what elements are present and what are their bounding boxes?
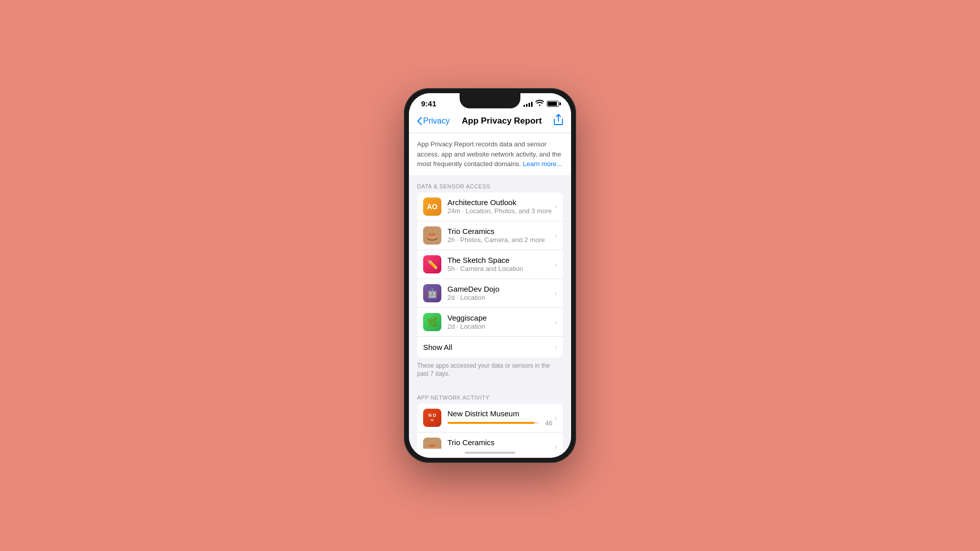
app-icon-architecture-outlook: AO — [423, 198, 441, 216]
bar-container: 46 — [447, 419, 552, 427]
list-item[interactable]: 🤖 GameDev Dojo 2d · Location › — [417, 279, 563, 308]
wifi-icon — [536, 100, 544, 107]
chevron-right-icon: › — [554, 414, 557, 422]
item-content: Veggiscape 2d · Location — [447, 313, 552, 330]
list-item[interactable]: Trio Ceramics 2h · Photos, Camera, and 2… — [417, 221, 563, 250]
item-content: The Sketch Space 5h · Camera and Locatio… — [447, 256, 552, 272]
chevron-right-icon: › — [554, 260, 557, 268]
network-activity-list: N D M New District Museum 46 — [417, 404, 563, 449]
chevron-right-icon: › — [554, 289, 557, 297]
status-icons — [523, 100, 559, 107]
bar-count: 30 — [542, 448, 552, 449]
app-icon-trio-ceramics-network — [423, 438, 441, 449]
chevron-right-icon: › — [554, 231, 557, 240]
chevron-right-icon: › — [554, 318, 557, 326]
list-item[interactable]: 🌿 Veggiscape 2d · Location › — [417, 308, 563, 337]
back-button[interactable]: Privacy — [417, 116, 449, 126]
home-indicator — [409, 449, 571, 458]
bar-fill — [447, 422, 535, 424]
app-icon-sketch-space: ✏️ — [423, 255, 441, 273]
app-detail: 2h · Photos, Camera, and 2 more — [447, 236, 552, 244]
app-name: The Sketch Space — [447, 256, 552, 264]
app-name: New District Museum — [447, 409, 552, 418]
page-title: App Privacy Report — [462, 116, 542, 126]
app-name: GameDev Dojo — [447, 285, 552, 293]
home-bar — [465, 452, 515, 454]
app-icon-trio-ceramics — [423, 226, 441, 245]
data-sensor-footer: These apps accessed your data or sensors… — [409, 358, 571, 387]
show-all-button[interactable]: Show All › — [417, 337, 563, 358]
share-button[interactable] — [554, 114, 563, 128]
list-item[interactable]: N D M New District Museum 46 — [417, 404, 563, 432]
app-icon-new-district-museum: N D M — [423, 409, 441, 427]
chevron-right-icon: › — [554, 443, 557, 449]
list-item[interactable]: AO Architecture Outlook 24m · Location, … — [417, 192, 563, 221]
app-detail: 24m · Location, Photos, and 3 more — [447, 207, 552, 215]
svg-point-3 — [428, 444, 436, 447]
list-item[interactable]: ✏️ The Sketch Space 5h · Camera and Loca… — [417, 250, 563, 279]
back-label: Privacy — [423, 116, 449, 126]
item-content: GameDev Dojo 2d · Location — [447, 285, 552, 301]
nav-bar: Privacy App Privacy Report — [409, 110, 571, 133]
app-icon-veggiscape: 🌿 — [423, 313, 441, 331]
bar-track — [447, 422, 539, 424]
app-detail: 2d · Location — [447, 323, 552, 330]
svg-point-1 — [428, 233, 436, 236]
data-sensor-section: DATA & SENSOR ACCESS AO Architecture Out… — [409, 175, 571, 387]
app-detail: 5h · Camera and Location — [447, 265, 552, 272]
list-item[interactable]: Trio Ceramics 30 › — [417, 432, 563, 449]
data-sensor-header: DATA & SENSOR ACCESS — [409, 175, 571, 192]
chevron-right-icon: › — [554, 343, 557, 351]
item-content: Trio Ceramics 30 — [447, 438, 552, 449]
phone-frame: 9:41 — [404, 88, 576, 463]
battery-icon — [547, 101, 559, 107]
phone-screen: 9:41 — [409, 93, 571, 458]
chevron-right-icon: › — [554, 203, 557, 211]
notch — [460, 93, 520, 108]
signal-icon — [523, 101, 533, 107]
app-detail: 2d · Location — [447, 294, 552, 301]
status-time: 9:41 — [421, 99, 436, 108]
chevron-left-icon — [417, 117, 422, 125]
app-name: Trio Ceramics — [447, 227, 552, 235]
show-all-label: Show All — [423, 343, 453, 351]
description-block: App Privacy Report records data and sens… — [409, 133, 571, 175]
item-content: Trio Ceramics 2h · Photos, Camera, and 2… — [447, 227, 552, 244]
network-activity-section: APP NETWORK ACTIVITY N D M New District … — [409, 386, 571, 449]
app-name: Architecture Outlook — [447, 198, 552, 207]
app-name: Veggiscape — [447, 313, 552, 322]
bar-count: 46 — [542, 419, 552, 427]
item-content: Architecture Outlook 24m · Location, Pho… — [447, 198, 552, 215]
item-content: New District Museum 46 — [447, 409, 552, 427]
app-name: Trio Ceramics — [447, 438, 552, 447]
data-sensor-list: AO Architecture Outlook 24m · Location, … — [417, 192, 563, 358]
learn-more-link[interactable]: Learn more... — [523, 160, 562, 168]
scroll-content: App Privacy Report records data and sens… — [409, 133, 571, 449]
description-text: App Privacy Report records data and sens… — [417, 139, 563, 169]
app-icon-gamedev-dojo: 🤖 — [423, 284, 441, 302]
bar-container: 30 — [447, 448, 552, 449]
network-activity-header: APP NETWORK ACTIVITY — [409, 386, 571, 404]
